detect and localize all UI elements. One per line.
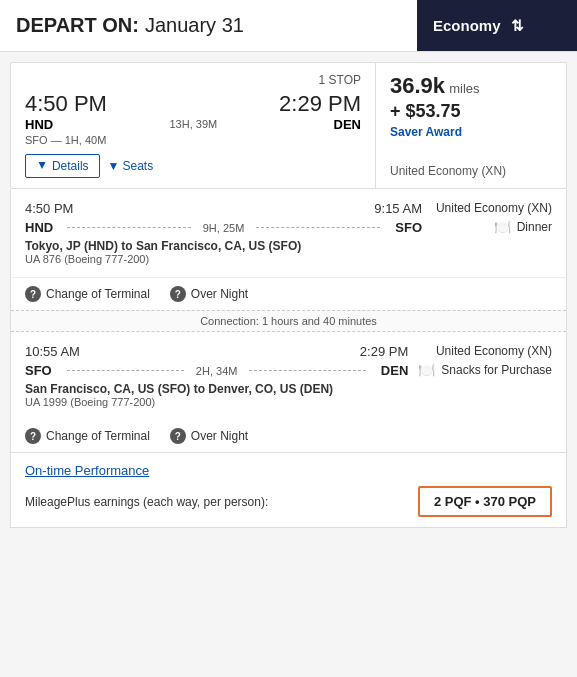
price-panel: 36.9k miles + $53.75 Saver Award United … <box>376 63 566 188</box>
leg1-destination: SFO <box>386 220 422 235</box>
cabin-label: Economy <box>433 17 501 34</box>
flight-leg-2: 10:55 AM 2:29 PM SFO 2H, 34M DEN San Fra… <box>11 332 566 420</box>
leg1-dashed2 <box>256 227 380 228</box>
summary-card: 1 STOP 4:50 PM 2:29 PM HND 13H, 39M DEN … <box>10 62 567 189</box>
leg1-meal-label: Dinner <box>517 220 552 234</box>
depart-label: DEPART ON: <box>16 14 139 37</box>
leg1-dashed <box>67 227 191 228</box>
snacks-icon: 🍽️ <box>418 362 435 378</box>
change-terminal-icon-1[interactable]: ? <box>25 286 41 302</box>
leg2-duration: 2H, 34M <box>196 365 238 377</box>
leg2-overnight-label: Over Night <box>191 429 248 443</box>
cash-amount: + $53.75 <box>390 101 552 122</box>
flight-summary: 1 STOP 4:50 PM 2:29 PM HND 13H, 39M DEN … <box>11 63 376 188</box>
leg2-route: San Francisco, CA, US (SFO) to Denver, C… <box>25 382 408 396</box>
change-terminal-icon-2[interactable]: ? <box>25 428 41 444</box>
details-button[interactable]: ▲ Details <box>25 154 100 178</box>
chevron-down-icon: ▼ <box>108 159 120 173</box>
earnings-badge: 2 PQF • 370 PQP <box>418 486 552 517</box>
leg2-depart-time: 10:55 AM <box>25 344 80 359</box>
leg2-dashed <box>67 370 184 371</box>
leg1-meal: 🍽️ Dinner <box>494 219 552 235</box>
leg1-route: Tokyo, JP (HND) to San Francisco, CA, US… <box>25 239 422 253</box>
action-row: ▲ Details ▼ Seats <box>25 154 361 178</box>
sort-icon[interactable]: ⇅ <box>509 17 527 35</box>
leg1-header: 4:50 PM 9:15 AM <box>25 201 422 216</box>
airports-row: HND 13H, 39M DEN <box>25 117 361 132</box>
header-bar: DEPART ON: January 31 Economy ⇅ <box>0 0 577 52</box>
summary-origin: HND <box>25 117 53 132</box>
leg1-change-terminal-label: Change of Terminal <box>46 287 150 301</box>
earnings-label: MileagePlus earnings (each way, per pers… <box>25 495 268 509</box>
seats-button[interactable]: ▼ Seats <box>108 159 154 173</box>
miles-count: 36.9k <box>390 73 445 98</box>
leg2-header: 10:55 AM 2:29 PM <box>25 344 408 359</box>
price-cabin-type: United Economy (XN) <box>390 154 552 178</box>
leg2-meal: 🍽️ Snacks for Purchase <box>418 362 552 378</box>
leg1-origin: HND <box>25 220 61 235</box>
leg2-change-terminal-label: Change of Terminal <box>46 429 150 443</box>
summary-duration: 13H, 39M <box>170 118 218 130</box>
cabin-selector[interactable]: Economy ⇅ <box>417 0 577 51</box>
leg2-cabin: United Economy (XN) <box>436 344 552 358</box>
earnings-row: MileagePlus earnings (each way, per pers… <box>25 486 552 517</box>
leg2-origin: SFO <box>25 363 61 378</box>
leg2-overnight: ? Over Night <box>170 428 248 444</box>
leg1-content: 4:50 PM 9:15 AM HND 9H, 25M SFO Tokyo, J… <box>25 201 552 265</box>
depart-date: January 31 <box>145 14 244 37</box>
depart-header: DEPART ON: January 31 <box>0 0 417 51</box>
leg2-arrive-time: 2:29 PM <box>360 344 408 359</box>
leg1-aircraft: UA 876 (Boeing 777-200) <box>25 253 422 265</box>
leg1-overnight-label: Over Night <box>191 287 248 301</box>
via-text: SFO — 1H, 40M <box>25 134 361 146</box>
leg2-airports: SFO 2H, 34M DEN <box>25 363 408 378</box>
leg2-dashed2 <box>249 370 366 371</box>
summary-depart-time: 4:50 PM <box>25 91 107 117</box>
leg2-aircraft: UA 1999 (Boeing 777-200) <box>25 396 408 408</box>
leg2-destination: DEN <box>372 363 408 378</box>
leg1-duration: 9H, 25M <box>203 222 245 234</box>
leg2-right: United Economy (XN) 🍽️ Snacks for Purcha… <box>408 344 552 408</box>
ontime-link[interactable]: On-time Performance <box>25 463 552 478</box>
summary-destination: DEN <box>334 117 361 132</box>
overnight-icon-2[interactable]: ? <box>170 428 186 444</box>
footer-section: On-time Performance MileagePlus earnings… <box>10 453 567 528</box>
leg1-cabin: United Economy (XN) <box>436 201 552 215</box>
flight-leg-1: 4:50 PM 9:15 AM HND 9H, 25M SFO Tokyo, J… <box>11 189 566 278</box>
detail-section: 4:50 PM 9:15 AM HND 9H, 25M SFO Tokyo, J… <box>10 189 567 453</box>
leg1-airports: HND 9H, 25M SFO <box>25 220 422 235</box>
leg2-info-row: ? Change of Terminal ? Over Night <box>11 420 566 452</box>
leg1-overnight: ? Over Night <box>170 286 248 302</box>
leg1-left: 4:50 PM 9:15 AM HND 9H, 25M SFO Tokyo, J… <box>25 201 422 265</box>
leg1-info-row: ? Change of Terminal ? Over Night <box>11 278 566 310</box>
miles-label: miles <box>449 81 479 96</box>
times-row: 4:50 PM 2:29 PM <box>25 91 361 117</box>
stop-count: 1 STOP <box>25 73 361 87</box>
miles-row: 36.9k miles <box>390 73 552 99</box>
dinner-icon: 🍽️ <box>494 219 511 235</box>
leg1-change-terminal: ? Change of Terminal <box>25 286 150 302</box>
summary-arrive-time: 2:29 PM <box>279 91 361 117</box>
leg1-arrive-time: 9:15 AM <box>374 201 422 216</box>
leg2-meal-label: Snacks for Purchase <box>441 363 552 377</box>
leg1-right: United Economy (XN) 🍽️ Dinner <box>422 201 552 265</box>
connection-bar: Connection: 1 hours and 40 minutes <box>11 310 566 332</box>
leg1-depart-time: 4:50 PM <box>25 201 73 216</box>
leg2-content: 10:55 AM 2:29 PM SFO 2H, 34M DEN San Fra… <box>25 344 552 408</box>
leg2-left: 10:55 AM 2:29 PM SFO 2H, 34M DEN San Fra… <box>25 344 408 408</box>
overnight-icon-1[interactable]: ? <box>170 286 186 302</box>
leg2-change-terminal: ? Change of Terminal <box>25 428 150 444</box>
connection-text: Connection: 1 hours and 40 minutes <box>200 315 377 327</box>
chevron-up-icon: ▲ <box>36 159 48 173</box>
saver-badge: Saver Award <box>390 125 552 139</box>
